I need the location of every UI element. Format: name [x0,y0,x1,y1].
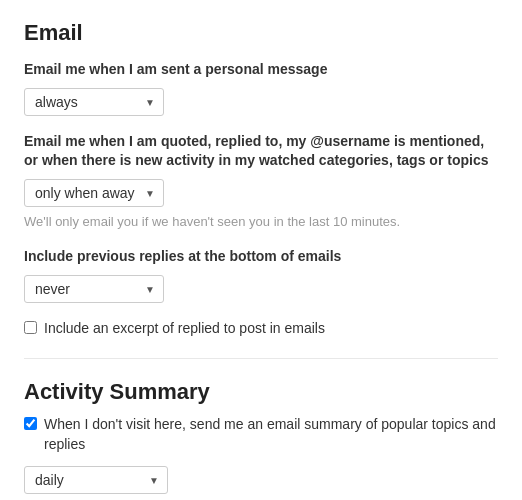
previous-replies-select[interactable]: always only when away never daily weekly [24,275,164,303]
activity-summary-heading: Activity Summary [24,379,498,405]
previous-replies-label: Include previous replies at the bottom o… [24,247,498,267]
excerpt-checkbox-label: Include an excerpt of replied to post in… [44,319,325,339]
email-heading: Email [24,20,498,46]
personal-message-field: Email me when I am sent a personal messa… [24,60,498,116]
previous-replies-field: Include previous replies at the bottom o… [24,247,498,303]
personal-message-select[interactable]: always only when away never [24,88,164,116]
email-section: Email Email me when I am sent a personal… [24,20,498,338]
frequency-field: daily weekly every two weeks monthly [24,466,498,494]
summary-checkbox-label: When I don't visit here, send me an emai… [44,415,498,454]
activity-summary-section: Activity Summary When I don't visit here… [24,379,498,494]
personal-message-label: Email me when I am sent a personal messa… [24,60,498,80]
summary-checkbox[interactable] [24,417,37,430]
excerpt-checkbox-row: Include an excerpt of replied to post in… [24,319,498,339]
activity-select[interactable]: always only when away never [24,179,164,207]
activity-hint: We'll only email you if we haven't seen … [24,213,498,231]
personal-message-select-wrapper: always only when away never [24,88,164,116]
excerpt-checkbox[interactable] [24,321,37,334]
activity-label: Email me when I am quoted, replied to, m… [24,132,498,171]
section-divider [24,358,498,359]
activity-select-wrapper: always only when away never [24,179,164,207]
previous-replies-select-wrapper: always only when away never daily weekly [24,275,164,303]
summary-checkbox-row: When I don't visit here, send me an emai… [24,415,498,454]
activity-field: Email me when I am quoted, replied to, m… [24,132,498,231]
frequency-select[interactable]: daily weekly every two weeks monthly [24,466,168,494]
frequency-select-wrapper: daily weekly every two weeks monthly [24,466,168,494]
